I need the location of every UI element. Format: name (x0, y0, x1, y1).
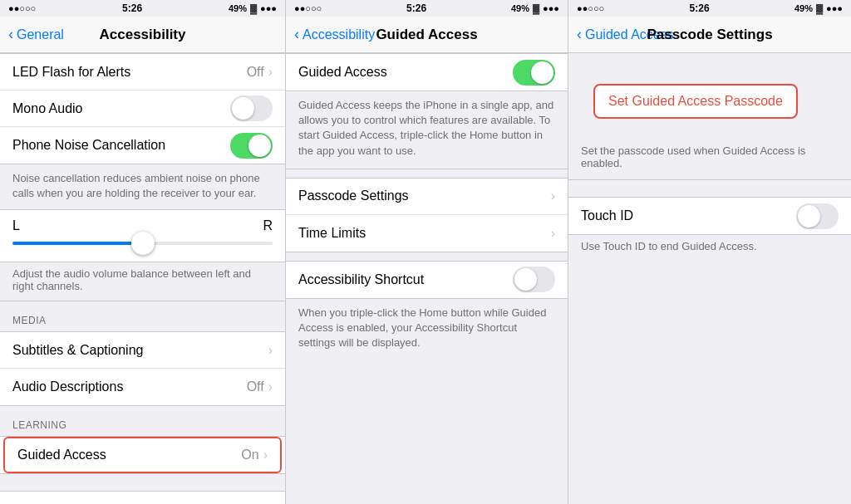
led-flash-chevron: › (268, 65, 273, 80)
phone-noise-toggle[interactable] (230, 133, 273, 159)
nav-bar-middle: ‹ Accessibility Guided Access (286, 17, 568, 53)
signal-dots-right: ●●○○○ (577, 3, 604, 13)
guided-access-desc: Guided Access keeps the iPhone in a sing… (286, 91, 568, 169)
spacer4 (568, 180, 851, 197)
section-header-media: MEDIA (0, 301, 285, 331)
accessibility-shortcut-desc: When you triple-click the Home button wh… (286, 299, 568, 360)
status-bar-middle: ●●○○○ 5:26 49% ▓ ●●● (286, 0, 568, 17)
back-button-middle[interactable]: ‹ Accessibility (294, 26, 375, 43)
guided-access-label-left: Guided Access (17, 448, 241, 462)
content-right: Set Guided Access Passcode Set the passc… (568, 53, 851, 504)
subtitles-label: Subtitles & Captioning (12, 343, 268, 358)
panel-right: ●●○○○ 5:26 49% ▓ ●●● ‹ Guided Access Pas… (568, 0, 851, 504)
back-chevron-middle: ‹ (294, 26, 299, 43)
back-label-left[interactable]: General (17, 27, 64, 42)
set-guided-access-passcode-button[interactable]: Set Guided Access Passcode (593, 84, 798, 119)
time-right: 5:26 (690, 2, 710, 14)
spacer1 (0, 474, 285, 491)
spacer3 (286, 252, 568, 261)
list-item-time-limits[interactable]: Time Limits › (286, 215, 568, 252)
accessibility-shortcut-toggle[interactable] (513, 267, 555, 292)
led-flash-value: Off (247, 65, 264, 80)
touch-id-desc: Use Touch ID to end Guided Access. (568, 235, 851, 261)
slider-desc: Adjust the audio volume balance between … (0, 262, 285, 301)
subtitles-chevron: › (268, 343, 273, 358)
back-chevron-left: ‹ (8, 26, 13, 43)
status-bar-right: ●●○○○ 5:26 49% ▓ ●●● (568, 0, 851, 17)
guided-access-chevron-left: › (263, 448, 268, 462)
back-button-left[interactable]: ‹ General (8, 26, 64, 43)
wifi-right: ●●● (826, 3, 843, 13)
back-label-middle[interactable]: Accessibility (303, 27, 375, 42)
signal-dots-middle: ●●○○○ (294, 3, 322, 13)
battery-icon-middle: ▓ (533, 3, 539, 13)
slider-container: L R (0, 209, 285, 262)
nav-bar-right: ‹ Guided Access Passcode Settings (568, 17, 851, 53)
accessibility-shortcut-knob (514, 268, 537, 291)
panel-left: ●●○○○ 5:26 49% ▓ ●●● ‹ General Accessibi… (0, 0, 286, 504)
list-group-media: Subtitles & Captioning › Audio Descripti… (0, 331, 285, 406)
nav-title-left: Accessibility (100, 27, 186, 43)
led-flash-label: LED Flash for Alerts (12, 65, 247, 80)
list-group-guided-access: Guided Access (286, 53, 568, 91)
phone-noise-label: Phone Noise Cancellation (12, 138, 230, 153)
touch-id-toggle[interactable] (796, 203, 839, 229)
guided-access-value-left: On (241, 448, 258, 462)
list-item-led-flash[interactable]: LED Flash for Alerts Off › (0, 54, 285, 91)
spacer2 (286, 169, 568, 178)
status-right-middle: 49% ▓ ●●● (511, 3, 559, 13)
list-item-subtitles[interactable]: Subtitles & Captioning › (0, 332, 285, 369)
list-item-accessibility-shortcut-middle[interactable]: Accessibility Shortcut (286, 262, 568, 298)
list-item-mono-audio[interactable]: Mono Audio (0, 91, 285, 127)
list-item-guided-access-toggle[interactable]: Guided Access (286, 54, 568, 91)
list-item-audio-desc[interactable]: Audio Descriptions Off › (0, 369, 285, 405)
nav-title-middle: Guided Access (376, 27, 477, 43)
passcode-settings-label: Passcode Settings (298, 188, 551, 203)
list-item-touch-id[interactable]: Touch ID (568, 198, 851, 234)
nav-title-right: Passcode Settings (647, 27, 772, 43)
passcode-settings-chevron: › (551, 188, 555, 203)
battery-icon-left: ▓ (250, 3, 257, 13)
wifi-left: ●●● (260, 3, 277, 13)
audio-desc-label: Audio Descriptions (12, 379, 247, 394)
mono-audio-toggle[interactable] (230, 95, 273, 121)
accessibility-shortcut-label-middle: Accessibility Shortcut (298, 272, 513, 287)
phone-noise-knob (248, 135, 271, 157)
list-item-accessibility-shortcut[interactable]: Accessibility Shortcut Guided Access › (0, 492, 285, 504)
content-middle: Guided Access Guided Access keeps the iP… (286, 53, 568, 504)
status-right-left: 49% ▓ ●●● (229, 3, 277, 13)
passcode-btn-container: Set Guided Access Passcode (568, 53, 851, 141)
back-chevron-right: ‹ (577, 26, 582, 43)
audio-desc-chevron: › (268, 379, 273, 394)
list-item-guided-access[interactable]: Guided Access On › (3, 437, 282, 473)
slider-left-label: L (12, 218, 20, 233)
battery-middle: 49% (511, 3, 529, 13)
slider-track[interactable] (12, 242, 273, 245)
slider-thumb[interactable] (131, 232, 155, 255)
guided-access-knob-middle (531, 61, 553, 84)
battery-right: 49% (794, 3, 813, 13)
battery-icon-right: ▓ (816, 3, 823, 13)
list-item-phone-noise[interactable]: Phone Noise Cancellation (0, 127, 285, 164)
mono-audio-label: Mono Audio (12, 101, 230, 116)
guided-access-toggle-middle[interactable] (513, 60, 555, 86)
time-left: 5:26 (122, 2, 142, 14)
touch-id-knob (798, 205, 820, 228)
time-middle: 5:26 (406, 2, 426, 14)
nav-bar-left: ‹ General Accessibility (0, 17, 285, 53)
noise-desc: Noise cancellation reduces ambient noise… (0, 164, 285, 209)
slider-fill (12, 242, 143, 245)
wifi-middle: ●●● (543, 3, 559, 13)
section-header-learning: LEARNING (0, 406, 285, 436)
time-limits-chevron: › (551, 226, 555, 241)
battery-left: 49% (229, 3, 247, 13)
slider-right-label: R (263, 218, 273, 233)
list-group-learning: Guided Access On › (0, 436, 285, 474)
list-item-passcode-settings[interactable]: Passcode Settings › (286, 179, 568, 215)
touch-id-label: Touch ID (581, 208, 796, 223)
list-group-touch-id: Touch ID (568, 197, 851, 235)
audio-desc-value: Off (247, 379, 264, 394)
content-left: LED Flash for Alerts Off › Mono Audio Ph… (0, 53, 285, 504)
time-limits-label: Time Limits (298, 226, 551, 241)
panel-middle: ●●○○○ 5:26 49% ▓ ●●● ‹ Accessibility Gui… (286, 0, 568, 504)
